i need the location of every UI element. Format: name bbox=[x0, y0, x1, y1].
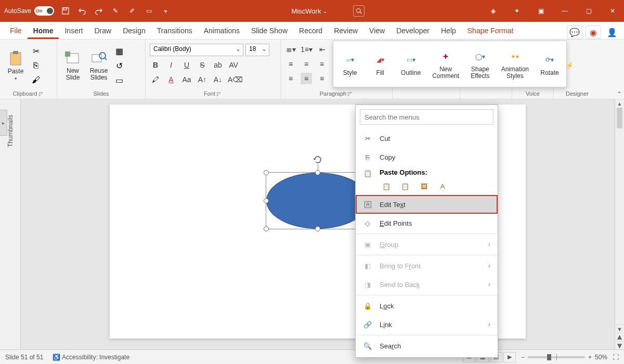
scroll-down-icon[interactable]: ▼ bbox=[615, 324, 624, 333]
rotate-button[interactable]: ⟳▾Rotate bbox=[538, 44, 561, 84]
underline-button[interactable]: U bbox=[181, 59, 192, 71]
new-comment-button[interactable]: ✚New Comment bbox=[430, 44, 461, 84]
font-color-button[interactable]: A bbox=[165, 74, 177, 85]
scroll-up-icon[interactable]: ▲ bbox=[615, 99, 624, 108]
tab-view[interactable]: View bbox=[363, 23, 391, 39]
indent-dec-button[interactable]: ⇤ bbox=[317, 44, 328, 55]
window-icon[interactable]: ▣ bbox=[534, 4, 548, 18]
section-icon[interactable]: ▭ bbox=[113, 74, 125, 86]
menu-edit-text[interactable]: 🄰Edit Text bbox=[356, 195, 498, 214]
comments-icon[interactable]: 💬 bbox=[567, 25, 582, 39]
tab-developer[interactable]: Developer bbox=[391, 23, 435, 39]
menu-send-back[interactable]: ◨Send to Back› bbox=[356, 275, 498, 294]
menu-search[interactable] bbox=[360, 109, 493, 125]
search-button[interactable] bbox=[353, 5, 365, 17]
diamond-icon[interactable]: ◈ bbox=[486, 4, 500, 18]
slide-indicator[interactable]: Slide 51 of 51 bbox=[5, 354, 43, 361]
zoom-value[interactable]: 50% bbox=[595, 354, 607, 361]
zoom-control[interactable]: − + 50% bbox=[521, 354, 607, 361]
paste-button[interactable]: Paste ▾ bbox=[4, 44, 27, 87]
zoom-out-icon[interactable]: − bbox=[521, 354, 525, 361]
shadow-button[interactable]: ab bbox=[212, 59, 224, 71]
paste-keep-source[interactable]: 📋 bbox=[398, 179, 412, 193]
change-case-button[interactable]: Aa bbox=[181, 74, 192, 85]
document-name[interactable]: MiscWork ⌄ bbox=[292, 7, 328, 15]
tab-transitions[interactable]: Transitions bbox=[151, 23, 198, 39]
paste-use-dest[interactable]: 📋 bbox=[380, 179, 393, 193]
resize-handle[interactable] bbox=[264, 170, 269, 175]
reset-icon[interactable]: ↺ bbox=[113, 60, 125, 71]
tab-review[interactable]: Review bbox=[328, 23, 363, 39]
qat-icon-2[interactable]: ✐ bbox=[127, 6, 137, 16]
qat-more-icon[interactable]: ▾ bbox=[160, 6, 171, 16]
menu-lock[interactable]: 🔒Lock bbox=[356, 296, 498, 315]
align-center-button[interactable]: ≡ bbox=[301, 58, 312, 70]
tab-file[interactable]: File bbox=[4, 23, 28, 39]
grow-font-button[interactable]: A↑ bbox=[197, 74, 208, 85]
paragraph-launcher[interactable]: ◸ bbox=[348, 91, 353, 97]
tab-home[interactable]: Home bbox=[28, 23, 59, 39]
resize-handle[interactable] bbox=[315, 226, 320, 231]
collapse-ribbon-icon[interactable]: ⌃ bbox=[617, 90, 622, 98]
sparkle-icon[interactable]: ✦ bbox=[510, 4, 524, 18]
char-spacing-button[interactable]: AV bbox=[228, 59, 239, 71]
tab-record[interactable]: Record bbox=[293, 23, 328, 39]
tab-help[interactable]: Help bbox=[435, 23, 462, 39]
font-name-select[interactable]: Calibri (Body) bbox=[150, 44, 243, 56]
layout-icon[interactable]: ▦ bbox=[113, 45, 125, 57]
thumbnail-toggle[interactable]: ▸ bbox=[0, 110, 7, 136]
menu-copy[interactable]: ⎘Copy bbox=[356, 148, 498, 166]
new-slide-button[interactable]: New Slide bbox=[61, 44, 84, 87]
tab-insert[interactable]: Insert bbox=[59, 23, 88, 39]
zoom-in-icon[interactable]: + bbox=[588, 354, 592, 361]
copy-icon[interactable]: ⎘ bbox=[30, 60, 42, 71]
prev-slide-icon[interactable]: ⯅ bbox=[615, 333, 624, 341]
shrink-font-button[interactable]: A↓ bbox=[212, 74, 224, 85]
menu-cut[interactable]: ✂Cut bbox=[356, 129, 498, 148]
thumbnail-strip[interactable]: Thumbnails bbox=[0, 99, 21, 349]
align-left-button[interactable]: ≡ bbox=[285, 58, 296, 70]
clipboard-launcher[interactable]: ◸ bbox=[39, 91, 44, 97]
tab-slideshow[interactable]: Slide Show bbox=[245, 23, 293, 39]
numbering-button[interactable]: 1≡▾ bbox=[301, 44, 313, 55]
menu-search-item[interactable]: 🔍Search bbox=[356, 336, 498, 355]
redo-icon[interactable] bbox=[94, 6, 104, 16]
bold-button[interactable]: B bbox=[150, 59, 161, 71]
clear-format-button[interactable]: A⌫ bbox=[228, 74, 243, 85]
close-button[interactable]: ✕ bbox=[605, 4, 620, 18]
fit-window-icon[interactable]: ⛶ bbox=[613, 354, 619, 361]
zoom-slider[interactable] bbox=[528, 356, 585, 358]
save-icon[interactable] bbox=[60, 6, 71, 16]
menu-bring-front[interactable]: ◧Bring to Front› bbox=[356, 256, 498, 275]
italic-button[interactable]: I bbox=[165, 59, 177, 71]
ellipse-shape[interactable] bbox=[266, 173, 369, 229]
format-painter-icon[interactable]: 🖌 bbox=[30, 74, 42, 86]
reuse-slides-button[interactable]: Reuse Slides bbox=[87, 44, 110, 87]
share-icon[interactable]: 👤 bbox=[604, 25, 620, 39]
qat-icon-1[interactable]: ✎ bbox=[110, 6, 121, 16]
paste-text-only[interactable]: A bbox=[436, 179, 449, 193]
tab-design[interactable]: Design bbox=[117, 23, 151, 39]
fill-button[interactable]: ◢▾Fill bbox=[369, 44, 392, 84]
align-left2-button[interactable]: ≡ bbox=[285, 73, 296, 84]
bullets-button[interactable]: ≣▾ bbox=[285, 44, 296, 55]
menu-edit-points[interactable]: ◇Edit Points bbox=[356, 214, 498, 232]
next-slide-icon[interactable]: ⯆ bbox=[615, 341, 624, 349]
minimize-button[interactable]: — bbox=[557, 4, 572, 18]
slide-region[interactable] bbox=[21, 99, 615, 349]
align-right-button[interactable]: ≡ bbox=[316, 58, 328, 70]
slideshow-view-icon[interactable]: ▶ bbox=[503, 352, 516, 362]
cut-icon[interactable]: ✂ bbox=[30, 45, 42, 57]
style-button[interactable]: ▱▾Style bbox=[339, 44, 361, 84]
tab-draw[interactable]: Draw bbox=[88, 23, 117, 39]
tab-animations[interactable]: Animations bbox=[198, 23, 245, 39]
paste-picture[interactable]: 🖼 bbox=[417, 179, 431, 193]
shape-effects-button[interactable]: ◯▾Shape Effects bbox=[469, 44, 491, 84]
undo-icon[interactable] bbox=[77, 6, 87, 16]
resize-handle[interactable] bbox=[315, 170, 320, 175]
menu-link[interactable]: 🔗Link› bbox=[356, 315, 498, 334]
record-indicator-icon[interactable]: ◉ bbox=[586, 25, 601, 39]
vertical-scrollbar[interactable]: ▲ ▼ ⯅ ⯆ bbox=[615, 99, 624, 349]
menu-search-input[interactable] bbox=[360, 109, 493, 125]
resize-handle[interactable] bbox=[264, 226, 269, 231]
